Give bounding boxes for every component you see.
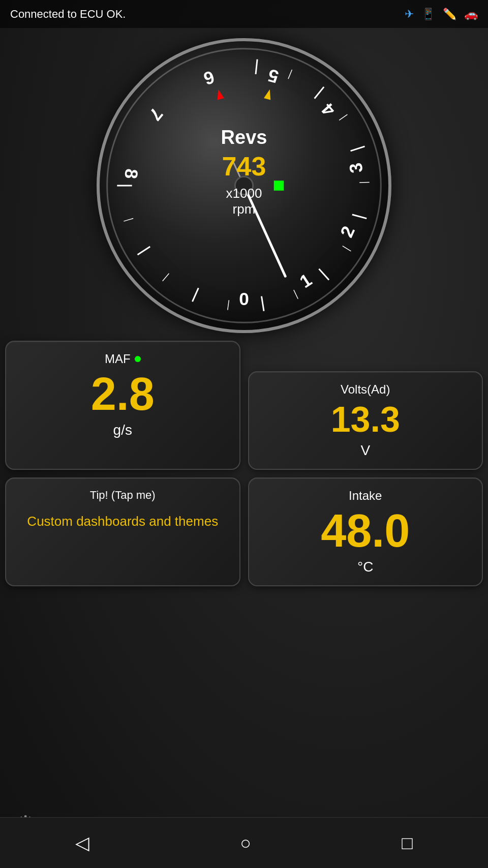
svg-text:5: 5 xyxy=(266,66,281,87)
phone-icon[interactable]: 📱 xyxy=(421,8,435,21)
cards-area: MAF 2.8 g/s Volts(Ad) 13.3 V Tip! (Tap m… xyxy=(0,336,488,797)
svg-text:6: 6 xyxy=(201,67,217,89)
svg-line-14 xyxy=(343,246,351,251)
card-volts-unit: V xyxy=(259,442,472,459)
car-icon[interactable]: 🚗 xyxy=(464,8,478,21)
card-volts[interactable]: Volts(Ad) 13.3 V xyxy=(248,371,483,470)
card-maf-value: 2.8 xyxy=(16,371,229,417)
pen-icon[interactable]: ✏️ xyxy=(443,8,456,21)
svg-text:4: 4 xyxy=(317,99,339,120)
card-intake[interactable]: Intake 48.0 °C xyxy=(248,477,483,586)
airplane-icon[interactable]: ✈ xyxy=(405,8,414,21)
svg-text:3: 3 xyxy=(345,161,367,174)
svg-marker-28 xyxy=(264,88,273,100)
svg-line-15 xyxy=(359,183,370,183)
status-bar: Connected to ECU OK. ✈ 📱 ✏️ 🚗 xyxy=(0,0,488,28)
nav-home-button[interactable]: ○ xyxy=(240,832,251,854)
svg-text:7: 7 xyxy=(145,104,167,125)
svg-line-13 xyxy=(294,290,298,299)
svg-line-8 xyxy=(315,87,324,99)
svg-line-17 xyxy=(288,70,292,79)
nav-back-button[interactable]: ◁ xyxy=(75,832,89,854)
card-maf-title: MAF xyxy=(16,352,229,366)
card-intake-title: Intake xyxy=(259,489,472,503)
card-maf-unit: g/s xyxy=(16,422,229,438)
svg-line-9 xyxy=(256,59,257,74)
svg-line-10 xyxy=(124,219,133,222)
svg-text:1: 1 xyxy=(296,270,315,291)
svg-line-6 xyxy=(352,215,367,219)
nav-bar: ◁ ○ □ xyxy=(0,817,488,868)
card-volts-value: 13.3 xyxy=(259,402,472,437)
maf-indicator-dot xyxy=(135,356,141,362)
svg-text:8: 8 xyxy=(121,168,142,180)
card-tip-header: Tip! (Tap me) xyxy=(16,489,229,502)
svg-line-12 xyxy=(228,300,229,310)
svg-line-11 xyxy=(163,274,169,281)
card-volts-title: Volts(Ad) xyxy=(259,382,472,397)
svg-line-5 xyxy=(319,269,329,280)
svg-line-16 xyxy=(339,114,347,120)
svg-line-7 xyxy=(351,146,365,151)
gauge-container[interactable]: 0 1 2 3 4 5 6 7 8 xyxy=(97,38,391,333)
card-maf[interactable]: MAF 2.8 g/s xyxy=(5,341,240,470)
card-tip[interactable]: Tip! (Tap me) Custom dashboards and them… xyxy=(5,477,240,586)
status-text: Connected to ECU OK. xyxy=(10,8,126,21)
nav-recent-button[interactable]: □ xyxy=(402,832,413,854)
svg-point-32 xyxy=(235,176,253,194)
svg-text:2: 2 xyxy=(336,223,358,241)
svg-line-2 xyxy=(138,247,150,255)
gauge-svg: 0 1 2 3 4 5 6 7 8 xyxy=(100,41,388,330)
tachometer-area[interactable]: 0 1 2 3 4 5 6 7 8 xyxy=(0,28,488,343)
svg-line-3 xyxy=(192,288,198,302)
card-intake-value: 48.0 xyxy=(259,508,472,554)
svg-text:0: 0 xyxy=(239,289,249,309)
card-tip-body: Custom dashboards and themes xyxy=(16,512,229,530)
card-intake-unit: °C xyxy=(259,559,472,575)
svg-line-4 xyxy=(261,296,264,311)
svg-rect-29 xyxy=(274,181,284,191)
svg-marker-27 xyxy=(215,88,224,100)
status-icons: ✈ 📱 ✏️ 🚗 xyxy=(405,8,478,21)
gauge-outer: 0 1 2 3 4 5 6 7 8 xyxy=(97,38,391,333)
svg-line-30 xyxy=(244,186,285,276)
